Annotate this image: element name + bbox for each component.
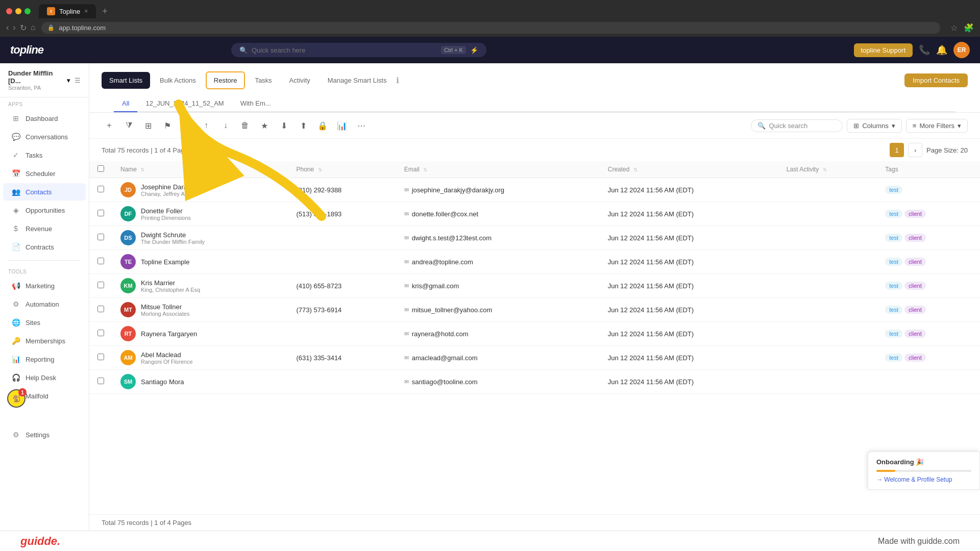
email-button[interactable]: ✉ — [179, 118, 194, 133]
close-traffic-light[interactable] — [6, 8, 12, 14]
name-column-header[interactable]: Name ⇅ — [112, 161, 288, 178]
upload-button[interactable]: ↑ — [199, 118, 214, 133]
row-checkbox-cell[interactable] — [89, 202, 112, 226]
forward-button[interactable]: › — [13, 23, 15, 33]
name-cell[interactable]: RT Raynera Targaryen — [112, 322, 288, 346]
user-avatar[interactable]: ER — [953, 42, 970, 58]
export-button[interactable]: ⬇ — [276, 118, 291, 133]
name-cell[interactable]: SM Santiago Mora — [112, 370, 288, 394]
tag-client[interactable]: client — [904, 330, 926, 338]
sidebar-item-opportunities[interactable]: ◈ Opportunities — [3, 202, 86, 219]
filter-button[interactable]: ⧩ — [121, 118, 136, 133]
table-row[interactable]: DS Dwight Schrute The Dunder Mifflin Fam… — [89, 226, 980, 250]
tab-smart-lists[interactable]: Smart Lists — [102, 72, 150, 89]
chevron-down-icon[interactable]: ▾ — [67, 77, 70, 84]
sidebar-item-helpdesk[interactable]: 🎧 Help Desk — [3, 369, 86, 386]
tab-activity[interactable]: Activity — [282, 72, 318, 89]
tag-client[interactable]: client — [904, 210, 926, 218]
table-row[interactable]: AM Abel Maclead Rangoni Of Florence (631… — [89, 346, 980, 370]
tab-restore[interactable]: Restore — [206, 71, 246, 89]
tag-test[interactable]: test — [885, 306, 902, 314]
sidebar-item-memberships[interactable]: 🔑 Memberships — [3, 332, 86, 349]
tab-manage-smart-lists[interactable]: Manage Smart Lists — [320, 72, 395, 89]
sidebar-item-tasks[interactable]: ✓ Tasks — [3, 146, 86, 164]
tag-client[interactable]: client — [904, 282, 926, 290]
row-checkbox[interactable] — [97, 330, 104, 336]
sidebar-company-header[interactable]: Dunder Mifflin [D... Scranton, PA ▾ ☰ — [0, 63, 89, 97]
sidebar-item-contacts[interactable]: 👥 Contacts — [3, 183, 86, 201]
row-checkbox[interactable] — [97, 354, 104, 360]
name-cell[interactable]: JD Josephine Darakjy Chanay, Jeffrey A E… — [112, 178, 288, 202]
sidebar-item-reporting[interactable]: 📊 Reporting — [3, 350, 86, 368]
tag-test[interactable]: test — [885, 354, 902, 362]
columns-button[interactable]: ⊞ Columns ▾ — [847, 119, 901, 133]
sidebar-item-contracts[interactable]: 📄 Contracts — [3, 238, 86, 256]
row-checkbox-cell[interactable] — [89, 298, 112, 322]
tag-client[interactable]: client — [904, 354, 926, 362]
content-tab-jun[interactable]: 12_JUN_2024_11_52_AM — [137, 95, 232, 112]
table-row[interactable]: MT Mitsue Tollner Morlong Associates (77… — [89, 298, 980, 322]
row-checkbox[interactable] — [97, 234, 104, 240]
tag-client[interactable]: client — [904, 234, 926, 242]
row-checkbox[interactable] — [97, 186, 104, 192]
minimize-traffic-light[interactable] — [15, 8, 21, 14]
table-row[interactable]: JD Josephine Darakjy Chanay, Jeffrey A E… — [89, 178, 980, 202]
bell-icon[interactable]: 🔔 — [936, 44, 947, 56]
import-contacts-button[interactable]: Import Contacts — [904, 73, 968, 87]
sidebar-item-settings[interactable]: ⚙ Settings — [3, 426, 86, 443]
tag-test[interactable]: test — [885, 258, 902, 266]
table-row[interactable]: KM Kris Marrier King, Christopher A Esq … — [89, 274, 980, 298]
page-1-button[interactable]: 1 — [890, 143, 904, 157]
row-checkbox[interactable] — [97, 258, 104, 264]
chart-button[interactable]: 📊 — [334, 118, 350, 133]
tab-close-icon[interactable]: × — [84, 8, 88, 15]
sidebar-item-revenue[interactable]: $ Revenue — [3, 220, 86, 237]
sidebar-item-automation[interactable]: ⚙ Automation — [3, 295, 86, 313]
tab-tasks[interactable]: Tasks — [247, 72, 279, 89]
content-tab-all[interactable]: All — [114, 95, 137, 112]
maximize-traffic-light[interactable] — [24, 8, 31, 14]
sidebar-item-scheduler[interactable]: 📅 Scheduler — [3, 165, 86, 182]
phone-column-header[interactable]: Phone ⇅ — [288, 161, 396, 178]
row-checkbox[interactable] — [97, 306, 104, 312]
row-checkbox-cell[interactable] — [89, 178, 112, 202]
row-checkbox-cell[interactable] — [89, 226, 112, 250]
group-button[interactable]: ⊞ — [140, 118, 156, 133]
add-contact-button[interactable]: + — [102, 118, 117, 133]
tag-test[interactable]: test — [885, 330, 902, 338]
phone-icon[interactable]: 📞 — [919, 44, 930, 56]
row-checkbox[interactable] — [97, 378, 104, 384]
tag-test[interactable]: test — [885, 282, 902, 290]
row-checkbox-cell[interactable] — [89, 322, 112, 346]
page-next-button[interactable]: › — [908, 143, 922, 157]
name-cell[interactable]: KM Kris Marrier King, Christopher A Esq — [112, 274, 288, 298]
url-bar[interactable]: 🔒 app.topline.com — [41, 22, 940, 34]
select-all-header[interactable] — [89, 161, 112, 178]
name-cell[interactable]: DF Donette Foller Printing Dimensions — [112, 202, 288, 226]
info-icon[interactable]: ℹ — [396, 76, 399, 85]
sidebar-toggle-icon[interactable]: ☰ — [75, 77, 81, 84]
content-tab-email[interactable]: With Em... — [232, 95, 279, 112]
global-search-bar[interactable]: 🔍 Ctrl + K ⚡ — [231, 43, 486, 57]
row-checkbox-cell[interactable] — [89, 370, 112, 394]
more-filters-button[interactable]: ≡ More Filters ▾ — [906, 119, 968, 133]
home-button[interactable]: ⌂ — [31, 23, 36, 33]
share-button[interactable]: ⬆ — [296, 118, 311, 133]
bookmark-icon[interactable]: ☆ — [950, 23, 958, 33]
lock-button[interactable]: 🔒 — [315, 118, 330, 133]
tab-bulk-actions[interactable]: Bulk Actions — [152, 72, 204, 89]
select-all-checkbox[interactable] — [97, 165, 104, 172]
tag-client[interactable]: client — [904, 306, 926, 314]
tag-client[interactable]: client — [904, 258, 926, 266]
sidebar-item-dashboard[interactable]: ⊞ Dashboard — [3, 110, 86, 127]
tag-test[interactable]: test — [885, 186, 902, 194]
delete-button[interactable]: 🗑 — [237, 118, 253, 133]
table-row[interactable]: TE Topline Example ✉ andrea@topline.com … — [89, 250, 980, 274]
name-cell[interactable]: DS Dwight Schrute The Dunder Mifflin Fam… — [112, 226, 288, 250]
email-column-header[interactable]: Email ⇅ — [396, 161, 600, 178]
more-button[interactable]: ⋯ — [354, 118, 369, 133]
created-column-header[interactable]: Created ⇅ — [600, 161, 778, 178]
star-button[interactable]: ★ — [257, 118, 272, 133]
name-cell[interactable]: TE Topline Example — [112, 250, 288, 274]
tag-test[interactable]: test — [885, 234, 902, 242]
